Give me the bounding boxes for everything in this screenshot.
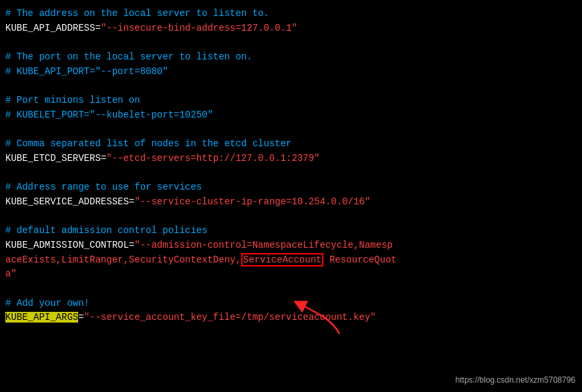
line-7: # Port minions listen on xyxy=(5,93,577,108)
line-blank-2 xyxy=(5,79,577,93)
watermark: https://blog.csdn.net/xzm5708796 xyxy=(456,374,575,387)
line-13: # Address range to use for services xyxy=(5,180,577,195)
line-8: # KUBELET_PORT="--kubelet-port=10250" xyxy=(5,108,577,123)
service-account-highlight: ServiceAccount xyxy=(241,253,324,266)
line-2: KUBE_API_ADDRESS="--insecure-bind-addres… xyxy=(5,21,577,36)
line-19: a" xyxy=(5,267,577,282)
line-17: KUBE_ADMISSION_CONTROL="--admission-cont… xyxy=(5,238,577,253)
kube-api-args-highlight: KUBE_API_ARGS xyxy=(5,312,78,323)
line-5: # KUBE_API_PORT="--port=8080" xyxy=(5,65,577,79)
line-18: aceExists,LimitRanger,SecurityContextDen… xyxy=(5,253,577,268)
line-1: # The address on the local server to lis… xyxy=(5,7,577,21)
line-10: # Comma separated list of nodes in the e… xyxy=(5,137,577,152)
line-4: # The port on the local server to listen… xyxy=(5,50,577,65)
line-blank-6 xyxy=(5,282,577,297)
line-14: KUBE_SERVICE_ADDRESSES="--service-cluste… xyxy=(5,195,577,210)
line-21: # Add your own! xyxy=(5,297,577,311)
line-blank-4 xyxy=(5,166,577,181)
line-blank-3 xyxy=(5,123,577,138)
line-11: KUBE_ETCD_SERVERS="--etcd-servers=http:/… xyxy=(5,152,577,166)
line-blank-5 xyxy=(5,210,577,224)
line-blank-1 xyxy=(5,35,577,50)
line-16: # default admission control policies xyxy=(5,224,577,238)
line-22: KUBE_API_ARGS="--service_account_key_fil… xyxy=(5,311,577,325)
terminal: # The address on the local server to lis… xyxy=(0,0,582,392)
